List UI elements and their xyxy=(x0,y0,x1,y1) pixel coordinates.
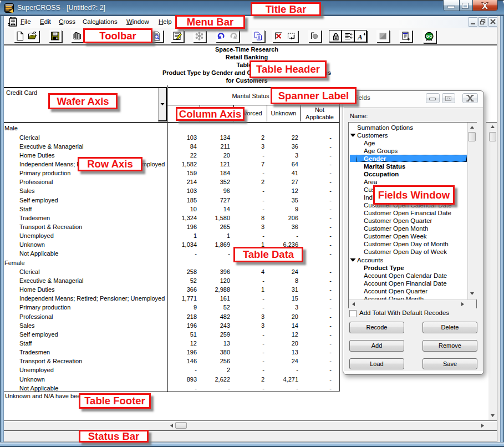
svg-text:A: A xyxy=(357,33,363,41)
svg-text:GO: GO xyxy=(426,34,432,39)
